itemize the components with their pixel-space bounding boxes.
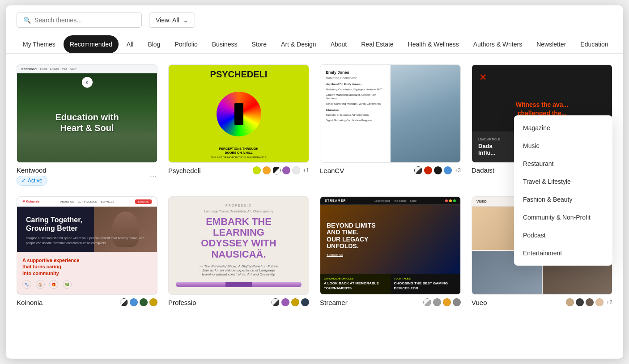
kentwood-nav-bar: Kentwood HomeEnquireVisitApply: [17, 65, 157, 73]
color-extra-vueo: +2: [606, 299, 612, 305]
search-box[interactable]: 🔍: [17, 13, 142, 28]
tab-recommended[interactable]: Recommended: [64, 35, 119, 53]
color-dot-koin-2: [130, 298, 138, 306]
color-dot-koin-3: [140, 298, 148, 306]
leancv-photo: [391, 65, 461, 162]
dropdown-item-travel-lifestyle[interactable]: Travel & Lifestyle: [514, 173, 612, 190]
color-dot-4: [282, 166, 290, 174]
kentwood-hero: K Education withHeart & Soul: [17, 73, 157, 162]
kentwood-badges: Kentwood ✓ Active: [17, 166, 47, 186]
streamer-bottom-panels: ChronoChronicles A LOOK BACK AT MEMORABL…: [320, 274, 460, 294]
color-dot-prof-4: [301, 298, 309, 306]
search-input[interactable]: [34, 17, 135, 24]
psychedeli-subtitle: PERCEPTIONS THROUGHDOORS ON A HILL The A…: [169, 144, 309, 162]
professio-colors: [272, 298, 309, 306]
tab-all[interactable]: All: [120, 35, 140, 53]
view-label: View: All: [156, 17, 179, 24]
kentwood-name: Kentwood: [17, 166, 47, 174]
color-dot-leancv-3: [434, 166, 442, 174]
leancv-name-label: LeanCV: [320, 167, 344, 174]
dropdown-item-restaurant[interactable]: Restaurant: [514, 155, 612, 173]
theme-thumbnail-psychedeli: PSYCHEDELI PERCEPTIONS THROUGHDOORS ON A…: [168, 64, 309, 163]
search-icon: 🔍: [23, 17, 31, 24]
color-dot-2: [263, 166, 271, 174]
color-dot-5: [292, 166, 300, 174]
tab-real-estate[interactable]: Real Estate: [355, 35, 400, 53]
tab-my-themes[interactable]: My Themes: [17, 35, 62, 53]
koinonia-icons: 🐾 🏠 🎁 🌿: [22, 280, 152, 289]
view-select[interactable]: View: All ⌄: [149, 13, 195, 28]
tab-portfolio[interactable]: Portfolio: [168, 35, 204, 53]
koinonia-card-info: Koinonia: [17, 298, 157, 306]
tab-blog[interactable]: Blog: [141, 35, 166, 53]
tab-business[interactable]: Business: [206, 35, 244, 53]
color-dot-vueo-3: [586, 298, 594, 306]
leancv-card-info: LeanCV +3: [320, 166, 461, 174]
theme-card-professio[interactable]: PROFESSIO Language Trainer, Translation,…: [168, 196, 309, 306]
leancv-colors: +3: [414, 166, 461, 174]
dadaist-name-label: Dadaist: [472, 166, 494, 174]
psychedeli-body: [169, 84, 309, 144]
color-dot-stream-1: [423, 298, 431, 306]
theme-thumbnail-streamer: STREAMER LeaderboardThe SquadStore: [320, 196, 461, 295]
psychedeli-name: Psychedeli: [168, 167, 201, 174]
tab-newsletter[interactable]: Newsletter: [530, 35, 572, 53]
color-dot-prof-3: [291, 298, 299, 306]
kentwood-more-button[interactable]: ···: [149, 170, 157, 182]
color-dot-vueo-4: [595, 298, 604, 306]
checkmark-icon: ✓: [21, 178, 26, 184]
color-dot-stream-3: [443, 298, 451, 306]
color-dot-prof-2: [281, 298, 289, 306]
tab-education[interactable]: Education: [574, 35, 614, 53]
psychedeli-colors: +1: [253, 166, 309, 174]
tab-authors-writers[interactable]: Authors & Writers: [467, 35, 528, 53]
dropdown-item-community-nonprofit[interactable]: Community & Non-Profit: [514, 208, 612, 226]
theme-card-streamer[interactable]: STREAMER LeaderboardThe SquadStore: [320, 196, 461, 306]
color-dot-vueo-2: [576, 298, 584, 306]
tab-about[interactable]: About: [324, 35, 353, 53]
theme-thumbnail-leancv: Emily Jones Marketing Coordinator Hey th…: [320, 64, 461, 163]
dropdown-item-music[interactable]: Music: [514, 137, 612, 155]
dropdown-item-entertainment[interactable]: Entertainment: [514, 244, 612, 262]
color-extra-psychedeli: +1: [303, 167, 309, 174]
tab-art-design[interactable]: Art & Design: [275, 35, 323, 53]
tab-health-wellness[interactable]: Health & Wellness: [402, 35, 465, 53]
professio-figure: [176, 282, 302, 287]
theme-thumbnail-professio: PROFESSIO Language Trainer, Translation,…: [168, 196, 309, 295]
streamer-colors: [423, 298, 461, 306]
theme-card-leancv[interactable]: Emily Jones Marketing Coordinator Hey th…: [320, 64, 461, 186]
theme-card-kentwood[interactable]: Kentwood HomeEnquireVisitApply K Edu: [17, 64, 157, 186]
theme-thumbnail-koinonia: ❤ Koinonia ABOUT USGET INVOLVEDSERVICES …: [17, 196, 157, 295]
color-extra-leancv: +3: [455, 167, 461, 174]
top-bar: 🔍 View: All ⌄: [6, 5, 623, 35]
theme-card-koinonia[interactable]: ❤ Koinonia ABOUT USGET INVOLVEDSERVICES …: [17, 196, 157, 306]
more-label: More: [623, 41, 623, 48]
color-dot-3: [272, 166, 280, 174]
koinonia-name-label: Koinonia: [17, 299, 42, 306]
koinonia-nav: ❤ Koinonia ABOUT USGET INVOLVEDSERVICES …: [17, 197, 157, 207]
dropdown-item-magazine[interactable]: Magazine: [514, 119, 612, 137]
professio-name-label: Professio: [168, 299, 196, 306]
kentwood-card-info: Kentwood ✓ Active ···: [17, 166, 157, 186]
color-dot-vueo-1: [566, 298, 574, 306]
main-content: Kentwood HomeEnquireVisitApply K Edu: [6, 54, 623, 317]
color-dot-leancv-1: [414, 166, 422, 174]
theme-card-psychedeli[interactable]: PSYCHEDELI PERCEPTIONS THROUGHDOORS ON A…: [168, 64, 309, 186]
koinonia-hero: Caring Together,Growing Better Imagine a…: [17, 207, 157, 252]
theme-thumbnail-kentwood: Kentwood HomeEnquireVisitApply K Edu: [17, 64, 157, 163]
dropdown-item-podcast[interactable]: Podcast: [514, 226, 612, 244]
psychedeli-card-info: Psychedeli +1: [168, 166, 309, 174]
dropdown-item-fashion-beauty[interactable]: Fashion & Beauty: [514, 190, 612, 208]
color-dot-koin-1: [120, 298, 128, 306]
tab-more[interactable]: More ⌄: [616, 35, 623, 53]
color-dot-stream-4: [453, 298, 461, 306]
professio-card-info: Professio: [168, 298, 309, 306]
color-dot-1: [253, 166, 261, 174]
color-dot-prof-1: [272, 298, 280, 306]
vueo-colors: +2: [566, 298, 612, 306]
app-window: 🔍 View: All ⌄ My Themes Recommended All …: [6, 5, 623, 359]
professio-label: PROFESSIO: [225, 204, 252, 207]
more-dropdown-menu: Magazine Music Restaurant Travel & Lifes…: [514, 115, 612, 266]
professio-quote: — The Perennial Show: A Digital Panel on…: [200, 264, 278, 276]
tab-store[interactable]: Store: [246, 35, 273, 53]
